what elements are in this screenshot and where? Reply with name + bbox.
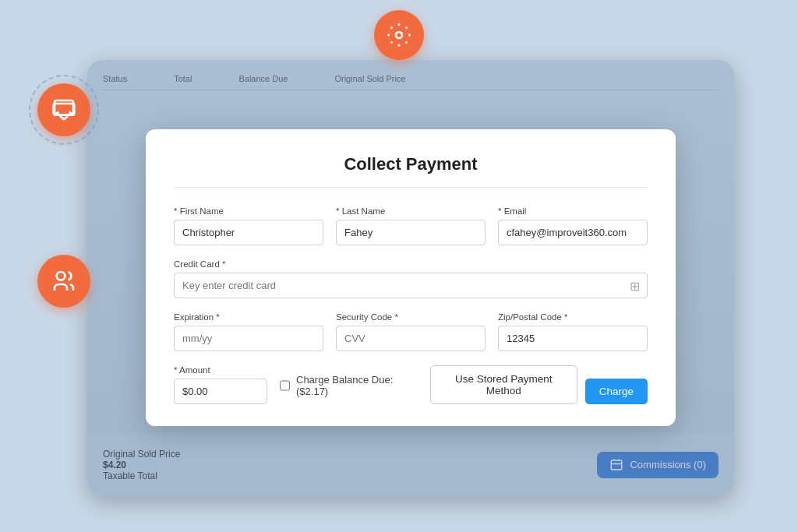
- last-name-label: * Last Name: [336, 206, 486, 216]
- email-input[interactable]: [498, 220, 648, 245]
- charge-balance-checkbox[interactable]: [280, 380, 290, 391]
- expiration-group: Expiration *: [174, 312, 323, 351]
- last-name-input[interactable]: [336, 220, 486, 245]
- expiration-label: Expiration *: [174, 312, 323, 322]
- credit-card-label: Credit Card *: [174, 259, 648, 269]
- collect-payment-modal: Collect Payment * First Name * Last Name…: [146, 129, 676, 426]
- charge-balance-group: Charge Balance Due: ($2.17): [280, 374, 418, 397]
- credit-card-group: Credit Card * ⊞: [174, 259, 648, 298]
- amount-label: * Amount: [174, 365, 267, 375]
- amount-input[interactable]: [174, 379, 267, 404]
- action-buttons: Use Stored Payment Method charge: [430, 365, 648, 404]
- use-stored-payment-button[interactable]: Use Stored Payment Method: [430, 365, 577, 404]
- gear-icon: [374, 10, 424, 60]
- zip-group: Zip/Postal Code *: [498, 312, 648, 351]
- svg-point-0: [396, 32, 402, 38]
- email-label: * Email: [498, 206, 648, 216]
- last-name-group: * Last Name: [336, 206, 486, 245]
- zip-label: Zip/Postal Code *: [498, 312, 648, 322]
- svg-point-3: [57, 272, 65, 280]
- amount-action-row: * Amount Charge Balance Due: ($2.17) Use…: [174, 365, 648, 404]
- first-name-input[interactable]: [174, 220, 323, 245]
- message-icon: [37, 83, 90, 136]
- credit-card-input[interactable]: [174, 273, 648, 298]
- security-code-group: Security Code *: [336, 312, 486, 351]
- modal-overlay: Collect Payment * First Name * Last Name…: [87, 60, 734, 496]
- first-name-label: * First Name: [174, 206, 323, 216]
- credit-card-wrapper: ⊞: [174, 273, 648, 298]
- amount-group: * Amount: [174, 365, 267, 404]
- email-group: * Email: [498, 206, 648, 245]
- zip-input[interactable]: [498, 326, 648, 351]
- people-icon: [37, 255, 90, 308]
- card-details-row: Expiration * Security Code * Zip/Postal …: [174, 312, 648, 351]
- security-code-label: Security Code *: [336, 312, 486, 322]
- charge-balance-label: Charge Balance Due: ($2.17): [296, 374, 418, 397]
- device-container: Status Total Balance Due Original Sold P…: [87, 60, 734, 496]
- credit-card-row: Credit Card * ⊞: [174, 259, 648, 298]
- name-email-row: * First Name * Last Name * Email: [174, 206, 648, 245]
- first-name-group: * First Name: [174, 206, 323, 245]
- security-code-input[interactable]: [336, 326, 486, 351]
- modal-title: Collect Payment: [174, 154, 648, 188]
- expiration-input[interactable]: [174, 326, 323, 351]
- card-icon: ⊞: [630, 278, 640, 293]
- charge-button[interactable]: charge: [585, 379, 648, 404]
